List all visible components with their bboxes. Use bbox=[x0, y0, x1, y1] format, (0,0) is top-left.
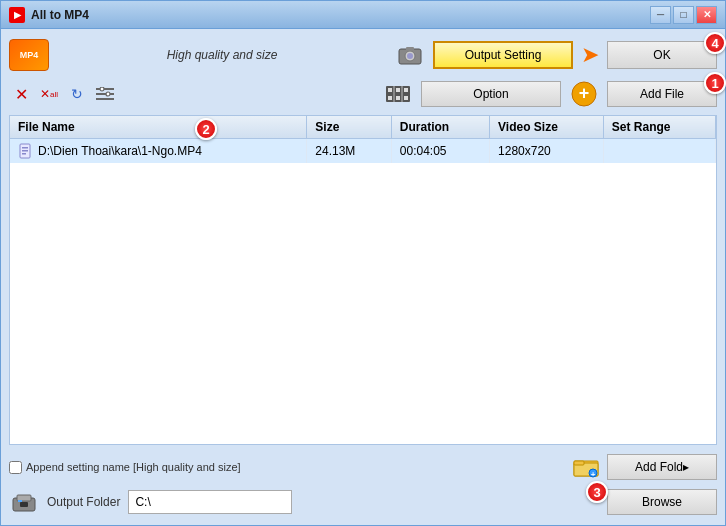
svg-rect-21 bbox=[22, 147, 28, 149]
output-icon bbox=[9, 488, 39, 516]
ok-button[interactable]: OK bbox=[607, 41, 717, 69]
minimize-button[interactable]: ─ bbox=[650, 6, 671, 24]
title-bar-left: ▶ All to MP4 bbox=[9, 7, 99, 23]
window-title: All to MP4 bbox=[31, 8, 89, 22]
svg-rect-22 bbox=[22, 150, 28, 152]
title-bar-controls: ─ □ ✕ bbox=[650, 6, 717, 24]
browse-folder-icon[interactable]: + bbox=[571, 454, 601, 480]
browse-button[interactable]: Browse bbox=[607, 489, 717, 515]
bottom-bar: Append setting name [High quality and si… bbox=[9, 453, 717, 481]
svg-text:+: + bbox=[591, 470, 596, 479]
output-row: Output Folder 3 Browse bbox=[9, 487, 717, 517]
main-window: ▶ All to MP4 ─ □ ✕ MP4 High quality and … bbox=[0, 0, 726, 526]
svg-rect-5 bbox=[96, 93, 114, 95]
file-icon bbox=[18, 143, 34, 159]
svg-rect-26 bbox=[574, 461, 584, 465]
badge-3: 3 bbox=[586, 481, 608, 503]
svg-rect-12 bbox=[404, 88, 408, 92]
output-label: Output Folder bbox=[47, 495, 120, 509]
svg-rect-23 bbox=[22, 153, 26, 155]
col-header-filename: File Name bbox=[10, 116, 307, 139]
output-path-input[interactable] bbox=[128, 490, 292, 514]
add-file-button[interactable]: Add File bbox=[607, 81, 717, 107]
svg-rect-3 bbox=[406, 47, 414, 51]
mp4-logo: MP4 bbox=[9, 39, 49, 71]
arrow-icon: ➤ bbox=[581, 42, 599, 68]
close-button[interactable]: ✕ bbox=[696, 6, 717, 24]
svg-rect-13 bbox=[388, 96, 392, 100]
quality-label: High quality and size bbox=[57, 48, 387, 62]
svg-rect-6 bbox=[96, 98, 114, 100]
svg-rect-32 bbox=[18, 500, 22, 502]
app-icon: ▶ bbox=[9, 7, 25, 23]
svg-rect-8 bbox=[106, 92, 110, 96]
add-file-button-wrapper: Add File 1 bbox=[607, 81, 717, 107]
add-folder-button[interactable]: Add Fold▸ bbox=[607, 454, 717, 480]
svg-rect-16 bbox=[393, 86, 395, 102]
add-file-icon: + bbox=[569, 80, 599, 108]
table-row[interactable]: D:\Dien Thoai\kara\1-Ngo.MP4 24.13M 00:0… bbox=[10, 139, 716, 164]
svg-rect-31 bbox=[20, 502, 28, 507]
col-header-videosize: Video Size bbox=[490, 116, 604, 139]
film-icon bbox=[383, 81, 413, 107]
col-header-size: Size bbox=[307, 116, 391, 139]
cell-duration: 00:04:05 bbox=[391, 139, 489, 164]
main-content: MP4 High quality and size Output Setting… bbox=[1, 29, 725, 525]
folder-btn-area: + Add Fold▸ bbox=[571, 454, 717, 480]
svg-rect-7 bbox=[100, 87, 104, 91]
file-table-container: 2 File Name Size Duration Video Size Set… bbox=[9, 115, 717, 445]
toolbar-icons: ✕ ✕all ↻ bbox=[9, 82, 117, 106]
second-row: ✕ ✕all ↻ bbox=[9, 79, 717, 109]
cell-setrange bbox=[603, 139, 715, 164]
svg-rect-17 bbox=[401, 86, 403, 102]
svg-text:+: + bbox=[579, 83, 590, 103]
top-row: MP4 High quality and size Output Setting… bbox=[9, 37, 717, 73]
svg-rect-10 bbox=[388, 88, 392, 92]
svg-point-2 bbox=[407, 53, 413, 59]
cell-filename: D:\Dien Thoai\kara\1-Ngo.MP4 bbox=[10, 139, 307, 164]
option-button[interactable]: Option bbox=[421, 81, 561, 107]
svg-rect-15 bbox=[404, 96, 408, 100]
refresh-icon[interactable]: ↻ bbox=[65, 82, 89, 106]
col-header-duration: Duration bbox=[391, 116, 489, 139]
delete-all-icon[interactable]: ✕all bbox=[37, 82, 61, 106]
cell-size: 24.13M bbox=[307, 139, 391, 164]
output-setting-button[interactable]: Output Setting bbox=[433, 41, 573, 69]
file-table: File Name Size Duration Video Size Set R… bbox=[10, 116, 716, 163]
append-setting-checkbox[interactable] bbox=[9, 461, 22, 474]
svg-rect-11 bbox=[396, 88, 400, 92]
output-path-wrapper: 3 bbox=[128, 490, 599, 514]
delete-icon[interactable]: ✕ bbox=[9, 82, 33, 106]
svg-rect-14 bbox=[396, 96, 400, 100]
camera-icon bbox=[395, 41, 425, 69]
title-bar: ▶ All to MP4 ─ □ ✕ bbox=[1, 1, 725, 29]
append-setting-checkbox-label[interactable]: Append setting name [High quality and si… bbox=[9, 461, 241, 474]
settings-icon[interactable] bbox=[93, 82, 117, 106]
ok-button-wrapper: OK 4 bbox=[607, 41, 717, 69]
col-header-setrange: Set Range bbox=[603, 116, 715, 139]
restore-button[interactable]: □ bbox=[673, 6, 694, 24]
cell-videosize: 1280x720 bbox=[490, 139, 604, 164]
svg-rect-4 bbox=[96, 88, 114, 90]
